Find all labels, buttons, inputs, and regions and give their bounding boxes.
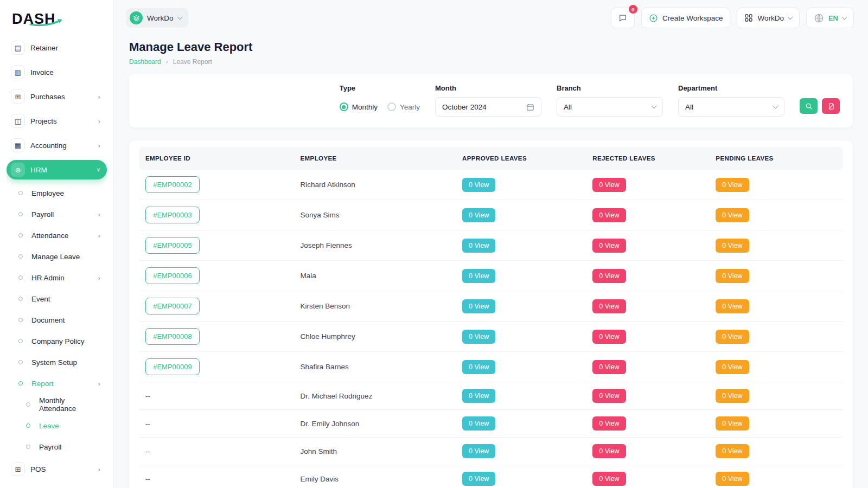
pending-leaves-view-button[interactable]: 0 View bbox=[716, 178, 749, 192]
pending-leaves-view-button[interactable]: 0 View bbox=[716, 360, 749, 374]
approved-leaves-view-button[interactable]: 0 View bbox=[462, 330, 495, 344]
branch-select[interactable]: All bbox=[557, 97, 663, 117]
employee-id-badge[interactable]: #EMP00008 bbox=[145, 328, 200, 345]
leave-report-table: EMPLOYEE ID EMPLOYEE APPROVED LEAVES REJ… bbox=[139, 147, 843, 488]
sidebar-item-invoice[interactable]: ▥ Invoice bbox=[7, 62, 107, 82]
department-select[interactable]: All bbox=[678, 97, 784, 117]
approved-leaves-view-button[interactable]: 0 View bbox=[462, 472, 495, 486]
employee-id-badge[interactable]: -- bbox=[145, 392, 150, 400]
pending-leaves-view-button[interactable]: 0 View bbox=[716, 299, 749, 313]
topbar: WorkDo 0 Create Workspace WorkDo EN bbox=[114, 0, 868, 31]
sidebar-item-monthly-attendance[interactable]: Monthly Attendance bbox=[7, 396, 107, 413]
create-workspace-button[interactable]: Create Workspace bbox=[641, 8, 731, 28]
hrm-icon: ⊛ bbox=[11, 163, 25, 177]
rejected-leaves-view-button[interactable]: 0 View bbox=[592, 416, 626, 431]
rejected-leaves-view-button[interactable]: 0 View bbox=[592, 269, 626, 283]
sidebar-item-company-policy[interactable]: Company Policy bbox=[7, 332, 107, 350]
sidebar-item-manage-leave[interactable]: Manage Leave bbox=[7, 248, 107, 265]
rejected-leaves-view-button[interactable]: 0 View bbox=[592, 178, 626, 192]
employee-id-badge[interactable]: #EMP00007 bbox=[145, 298, 200, 314]
sidebar-item-employee[interactable]: Employee bbox=[7, 184, 107, 202]
sidebar-item-purchases[interactable]: ⊞ Purchases › bbox=[7, 87, 107, 106]
col-rejected-leaves: REJECTED LEAVES bbox=[586, 147, 709, 170]
monthly-radio[interactable]: Monthly bbox=[340, 102, 378, 111]
rejected-leaves-view-button[interactable]: 0 View bbox=[592, 208, 626, 222]
employee-id-badge[interactable]: -- bbox=[145, 475, 150, 483]
pending-leaves-view-button[interactable]: 0 View bbox=[716, 330, 749, 344]
sidebar-item-label: Invoice bbox=[30, 68, 54, 76]
dash-logo[interactable]: DASH bbox=[7, 9, 107, 34]
sidebar-item-hr-admin[interactable]: HR Admin › bbox=[7, 269, 107, 286]
employee-id-badge[interactable]: #EMP00003 bbox=[145, 207, 200, 223]
pending-leaves-view-button[interactable]: 0 View bbox=[716, 416, 749, 431]
rejected-leaves-view-button[interactable]: 0 View bbox=[592, 444, 626, 458]
rejected-leaves-view-button[interactable]: 0 View bbox=[592, 239, 626, 253]
pending-leaves-view-button[interactable]: 0 View bbox=[716, 472, 749, 486]
language-selector[interactable]: EN bbox=[806, 8, 854, 28]
rejected-leaves-view-button[interactable]: 0 View bbox=[592, 299, 626, 313]
sidebar-item-label: Retainer bbox=[30, 44, 58, 52]
employee-id-badge[interactable]: -- bbox=[145, 447, 150, 455]
pending-leaves-view-button[interactable]: 0 View bbox=[716, 389, 749, 403]
sidebar-item-event[interactable]: Event bbox=[7, 290, 107, 307]
sidebar-item-label: POS bbox=[30, 465, 46, 473]
employee-name-cell: Chloe Humphrey bbox=[294, 322, 456, 352]
sidebar-item-pos[interactable]: ⊞ POS › bbox=[7, 459, 107, 479]
pending-leaves-view-button[interactable]: 0 View bbox=[716, 208, 749, 222]
sidebar-item-attendance[interactable]: Attendance › bbox=[7, 227, 107, 244]
sidebar-item-projects[interactable]: ◫ Projects › bbox=[7, 111, 107, 131]
month-input[interactable]: October 2024 bbox=[435, 97, 541, 117]
payroll-dot-icon bbox=[18, 212, 23, 216]
document-dot-icon bbox=[18, 318, 23, 322]
employee-id-badge[interactable]: -- bbox=[145, 420, 150, 428]
sidebar-item-label: Employee bbox=[31, 189, 64, 197]
branch-filter: Branch All bbox=[557, 84, 663, 117]
chat-badge: 0 bbox=[629, 5, 637, 14]
reset-icon bbox=[827, 102, 835, 110]
sidebar-item-system-setup[interactable]: System Setup bbox=[7, 354, 107, 371]
rejected-leaves-view-button[interactable]: 0 View bbox=[592, 389, 626, 403]
approved-leaves-view-button[interactable]: 0 View bbox=[462, 416, 495, 431]
chevron-down-icon bbox=[842, 15, 847, 20]
breadcrumb-dashboard-link[interactable]: Dashboard bbox=[129, 58, 161, 66]
pending-leaves-view-button[interactable]: 0 View bbox=[716, 444, 749, 458]
rejected-leaves-view-button[interactable]: 0 View bbox=[592, 472, 626, 486]
chevron-down-icon bbox=[177, 15, 182, 20]
department-label: Department bbox=[678, 84, 784, 92]
approved-leaves-view-button[interactable]: 0 View bbox=[462, 208, 495, 222]
approved-leaves-view-button[interactable]: 0 View bbox=[462, 239, 495, 253]
workdo-menu-button[interactable]: WorkDo bbox=[737, 8, 800, 28]
messages-button[interactable]: 0 bbox=[611, 8, 635, 28]
rejected-leaves-view-button[interactable]: 0 View bbox=[592, 330, 626, 344]
sidebar-item-document[interactable]: Document bbox=[7, 311, 107, 329]
search-button[interactable] bbox=[800, 98, 818, 114]
workspace-selector[interactable]: WorkDo bbox=[126, 8, 188, 28]
employee-id-badge[interactable]: #EMP00006 bbox=[145, 267, 200, 284]
sidebar-item-hrm[interactable]: ⊛ HRM ∨ bbox=[7, 160, 107, 179]
sidebar-item-retainer[interactable]: ▤ Retainer bbox=[7, 38, 107, 57]
approved-leaves-view-button[interactable]: 0 View bbox=[462, 269, 495, 283]
chevron-icon: › bbox=[98, 211, 103, 218]
employee-id-badge[interactable]: #EMP00005 bbox=[145, 237, 200, 254]
approved-leaves-view-button[interactable]: 0 View bbox=[462, 178, 495, 192]
yearly-radio[interactable]: Yearly bbox=[387, 102, 420, 111]
workdo-menu-label: WorkDo bbox=[757, 14, 784, 22]
sidebar-item-payroll[interactable]: Payroll › bbox=[7, 206, 107, 223]
col-employee: EMPLOYEE bbox=[294, 147, 456, 170]
approved-leaves-view-button[interactable]: 0 View bbox=[462, 389, 495, 403]
employee-name-cell: Dr. Emily Johnson bbox=[294, 410, 456, 438]
reset-button[interactable] bbox=[822, 98, 840, 114]
rejected-leaves-view-button[interactable]: 0 View bbox=[592, 360, 626, 374]
sidebar-item-payroll-report[interactable]: Payroll bbox=[7, 438, 107, 455]
approved-leaves-view-button[interactable]: 0 View bbox=[462, 299, 495, 313]
approved-leaves-view-button[interactable]: 0 View bbox=[462, 444, 495, 458]
pending-leaves-view-button[interactable]: 0 View bbox=[716, 239, 749, 253]
employee-id-badge[interactable]: #EMP00009 bbox=[145, 358, 200, 375]
sidebar-item-report[interactable]: Report › bbox=[7, 375, 107, 392]
sidebar-item-leave[interactable]: Leave bbox=[7, 417, 107, 434]
sidebar-item-accounting[interactable]: ▦ Accounting › bbox=[7, 136, 107, 155]
col-pending-leaves: PENDING LEAVES bbox=[709, 147, 843, 170]
approved-leaves-view-button[interactable]: 0 View bbox=[462, 360, 495, 374]
employee-id-badge[interactable]: #EMP00002 bbox=[145, 176, 200, 193]
pending-leaves-view-button[interactable]: 0 View bbox=[716, 269, 749, 283]
